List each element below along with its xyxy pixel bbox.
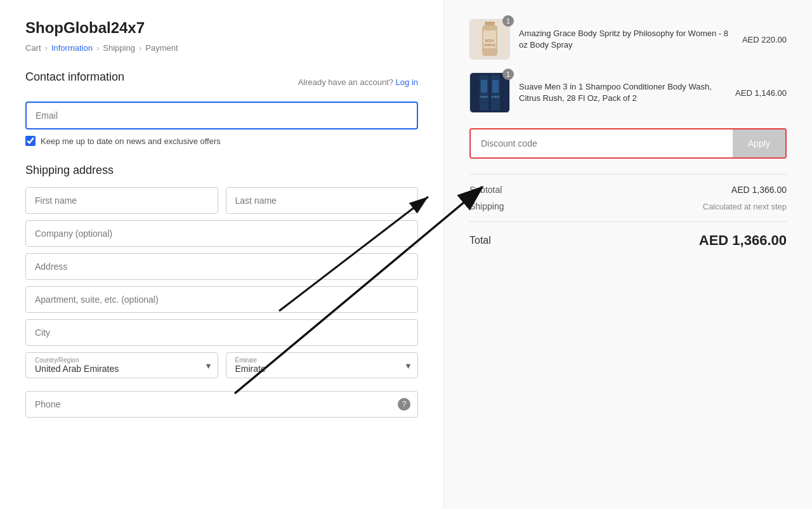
svg-rect-7 [481, 80, 487, 93]
last-name-field[interactable] [226, 187, 419, 214]
product-quantity-badge: 1 [502, 15, 514, 27]
subtotal-label: Subtotal [469, 185, 502, 195]
phone-field[interactable] [25, 391, 418, 418]
emirate-value: Emirate [235, 364, 409, 374]
email-field[interactable] [25, 102, 418, 129]
total-row: Total AED 1,366.00 [469, 221, 787, 249]
phone-help-icon[interactable]: ? [398, 398, 410, 411]
shipping-value: Calculated at next step [703, 202, 787, 211]
product-details: Amazing Grace Body Spritz by Philosophy … [519, 28, 733, 51]
product-name: Amazing Grace Body Spritz by Philosophy … [519, 28, 733, 51]
total-value: AED 1,366.00 [699, 232, 787, 249]
apply-discount-button[interactable]: Apply [733, 129, 785, 157]
shipping-title: Shipping address [25, 164, 418, 177]
emirate-label: Emirate [235, 357, 409, 364]
product-image-wrap: BODY SPRITZ 1 [469, 19, 510, 60]
product-list: BODY SPRITZ 1 Amazing Grace Body Spritz … [469, 19, 787, 113]
product-image-wrap: SUAVE SUAVE 1 [469, 72, 510, 113]
first-name-field[interactable] [25, 187, 218, 214]
product-item: BODY SPRITZ 1 Amazing Grace Body Spritz … [469, 19, 787, 60]
product-item: SUAVE SUAVE 1 Suave Men 3 in 1 Shampoo C… [469, 72, 787, 113]
breadcrumb: Cart › Information › Shipping › Payment [25, 43, 418, 53]
total-label: Total [469, 235, 491, 246]
svg-rect-8 [492, 80, 499, 93]
svg-text:SUAVE: SUAVE [491, 95, 500, 98]
company-field[interactable] [25, 220, 418, 247]
emirate-select[interactable]: Emirate Emirate [226, 352, 419, 378]
newsletter-label: Keep me up to date on news and exclusive… [41, 136, 221, 146]
city-field[interactable] [25, 319, 418, 346]
breadcrumb-information[interactable]: Information [51, 43, 93, 53]
shipping-row: Shipping Calculated at next step [469, 201, 787, 211]
svg-rect-0 [485, 22, 495, 25]
svg-text:SUAVE: SUAVE [480, 95, 488, 98]
country-label: Country/Region [35, 357, 209, 364]
breadcrumb-payment[interactable]: Payment [145, 43, 178, 53]
breadcrumb-cart[interactable]: Cart [25, 43, 41, 53]
svg-text:BODY: BODY [485, 39, 495, 43]
svg-text:SPRITZ: SPRITZ [484, 43, 495, 47]
country-value: United Arab Emirates [35, 364, 209, 374]
product-quantity-badge: 1 [502, 69, 514, 80]
contact-title: Contact information [25, 70, 124, 84]
newsletter-checkbox[interactable] [25, 136, 36, 146]
breadcrumb-shipping[interactable]: Shipping [103, 43, 135, 53]
store-title: ShopGlobal24x7 [25, 19, 418, 37]
subtotal-row: Subtotal AED 1,366.00 [469, 185, 787, 195]
product-name: Suave Men 3 in 1 Shampoo Conditioner Bod… [519, 81, 726, 104]
address-field[interactable] [25, 253, 418, 280]
summary-divider [469, 174, 787, 175]
discount-section: Apply [469, 128, 787, 159]
country-select[interactable]: Country/Region United Arab Emirates [25, 352, 218, 378]
product-details: Suave Men 3 in 1 Shampoo Conditioner Bod… [519, 81, 726, 104]
apartment-field[interactable] [25, 286, 418, 313]
login-prompt: Already have an account? Log in [298, 77, 418, 87]
subtotal-value: AED 1,366.00 [731, 185, 787, 195]
login-link[interactable]: Log in [396, 77, 418, 87]
shipping-label: Shipping [469, 201, 504, 211]
product-price: AED 1,146.00 [735, 88, 787, 98]
discount-code-input[interactable] [471, 129, 733, 157]
product-price: AED 220.00 [742, 35, 787, 44]
